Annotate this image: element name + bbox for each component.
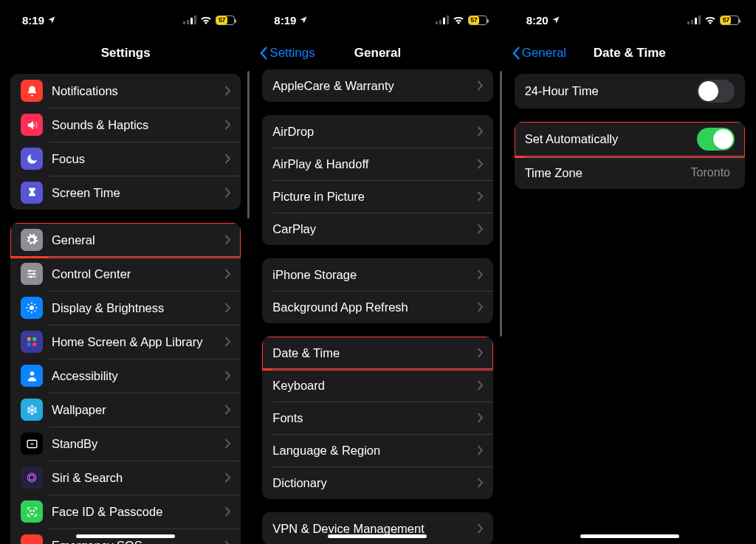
chevron-right-icon: [477, 348, 483, 358]
row-dictionary[interactable]: Dictionary: [262, 466, 492, 499]
back-button[interactable]: General: [512, 46, 566, 61]
home-indicator[interactable]: [328, 534, 427, 538]
toggle-set-automatically[interactable]: [697, 128, 735, 151]
back-label: General: [522, 46, 566, 61]
row-keyboard[interactable]: Keyboard: [262, 369, 492, 402]
row-display-brightness[interactable]: Display & Brightness: [10, 291, 241, 325]
clock-text: 8:19: [274, 14, 296, 27]
row-label: AirDrop: [272, 125, 476, 139]
row-24-hour-time[interactable]: 24-Hour Time: [515, 74, 745, 109]
chevron-left-icon: [259, 46, 269, 61]
row-label: Face ID & Passcode: [52, 505, 224, 519]
row-label: Display & Brightness: [52, 301, 224, 315]
row-standby[interactable]: StandBy: [10, 427, 241, 461]
row-fonts[interactable]: Fonts: [262, 402, 492, 434]
back-button[interactable]: Settings: [259, 46, 315, 61]
row-home-screen-app-library[interactable]: Home Screen & App Library: [10, 325, 241, 359]
clock-text: 8:20: [526, 14, 549, 27]
phone-settings-root: 8:19 57 Settings NotificationsSounds & H…: [0, 0, 252, 544]
chevron-right-icon: [224, 506, 230, 517]
chevron-right-icon: [477, 380, 483, 390]
row-vpn-device-management[interactable]: VPN & Device Management: [262, 512, 492, 544]
sos-icon: SOS: [21, 534, 43, 544]
row-face-id-passcode[interactable]: Face ID & Passcode: [10, 495, 241, 528]
chevron-right-icon: [224, 371, 230, 381]
wifi-icon: [200, 16, 212, 24]
chevron-right-icon: [224, 86, 230, 96]
chevron-right-icon: [224, 269, 230, 279]
home-indicator[interactable]: [580, 534, 679, 538]
row-siri-search[interactable]: Siri & Search: [10, 461, 241, 495]
row-wallpaper[interactable]: Wallpaper: [10, 393, 241, 427]
row-airdrop[interactable]: AirDrop: [262, 115, 492, 148]
svg-line-18: [28, 311, 30, 312]
row-applecare-warranty[interactable]: AppleCare & Warranty: [262, 69, 492, 102]
svg-rect-49: [695, 18, 697, 24]
status-bar: 8:20 57: [504, 0, 755, 32]
row-label: Sounds & Haptics: [52, 118, 224, 132]
row-time-zone[interactable]: Time ZoneToronto: [515, 156, 745, 189]
row-control-center[interactable]: Control Center: [10, 257, 241, 291]
svg-rect-3: [194, 16, 196, 24]
svg-rect-46: [447, 16, 449, 24]
chevron-right-icon: [224, 337, 230, 347]
row-general-highlighted[interactable]: General: [10, 223, 241, 257]
page-title: Settings: [101, 46, 151, 61]
battery-indicator: 57: [468, 16, 487, 25]
chevron-right-icon: [224, 472, 230, 483]
row-label: Date & Time: [272, 346, 476, 360]
scroll-indicator: [247, 71, 250, 218]
row-airplay-handoff[interactable]: AirPlay & Handoff: [262, 148, 492, 180]
chevron-right-icon: [477, 478, 483, 488]
speaker-icon: [21, 114, 43, 136]
svg-point-24: [30, 408, 33, 411]
row-focus[interactable]: Focus: [10, 142, 241, 176]
settings-group: VPN & Device Management: [262, 512, 492, 544]
home-indicator[interactable]: [76, 534, 175, 538]
chevron-right-icon: [477, 80, 483, 91]
settings-group: GeneralControl CenterDisplay & Brightnes…: [10, 223, 241, 544]
scroll-indicator: [500, 71, 502, 337]
row-label: Screen Time: [52, 186, 224, 200]
settings-group: Set AutomaticallyTime ZoneToronto: [515, 122, 745, 189]
row-background-app-refresh[interactable]: Background App Refresh: [262, 291, 492, 323]
location-icon: [299, 16, 308, 24]
chevron-right-icon: [224, 404, 230, 415]
general-list[interactable]: AppleCare & WarrantyAirDropAirPlay & Han…: [252, 69, 503, 544]
row-label: AirPlay & Handoff: [272, 157, 476, 171]
row-label: Picture in Picture: [272, 190, 476, 204]
row-date-time-highlighted[interactable]: Date & Time: [262, 337, 492, 369]
chevron-right-icon: [224, 154, 230, 164]
row-language-region[interactable]: Language & Region: [262, 434, 492, 466]
row-label: Keyboard: [272, 379, 476, 393]
svg-line-17: [35, 304, 36, 306]
row-accessibility[interactable]: Accessibility: [10, 359, 241, 393]
settings-list[interactable]: NotificationsSounds & HapticsFocusScreen…: [0, 69, 251, 544]
row-label: 24-Hour Time: [525, 84, 697, 98]
chevron-right-icon: [477, 445, 483, 455]
row-iphone-storage[interactable]: iPhone Storage: [262, 258, 492, 291]
row-notifications[interactable]: Notifications: [10, 74, 241, 108]
toggle-24-hour-time[interactable]: [697, 80, 735, 103]
location-icon: [47, 16, 56, 24]
chevron-right-icon: [477, 269, 483, 280]
nav-header: Settings General: [252, 37, 503, 69]
gear-icon: [21, 229, 43, 251]
clock-icon: [21, 433, 43, 455]
svg-rect-50: [698, 16, 701, 24]
row-carplay[interactable]: CarPlay: [262, 213, 492, 245]
chevron-right-icon: [477, 523, 483, 534]
chevron-right-icon: [477, 413, 483, 423]
row-label: Background App Refresh: [272, 300, 476, 314]
battery-pct: 57: [721, 16, 731, 24]
row-set-automatically-highlighted[interactable]: Set Automatically: [515, 122, 745, 156]
row-sounds-haptics[interactable]: Sounds & Haptics: [10, 108, 241, 142]
row-screen-time[interactable]: Screen Time: [10, 176, 241, 210]
row-picture-in-picture[interactable]: Picture in Picture: [262, 180, 492, 213]
chevron-right-icon: [477, 191, 483, 202]
svg-point-26: [33, 407, 36, 410]
cellular-icon: [183, 16, 196, 24]
chevron-right-icon: [477, 126, 483, 137]
settings-group: iPhone StorageBackground App Refresh: [262, 258, 492, 323]
datetime-list[interactable]: 24-Hour TimeSet AutomaticallyTime ZoneTo…: [504, 69, 755, 544]
